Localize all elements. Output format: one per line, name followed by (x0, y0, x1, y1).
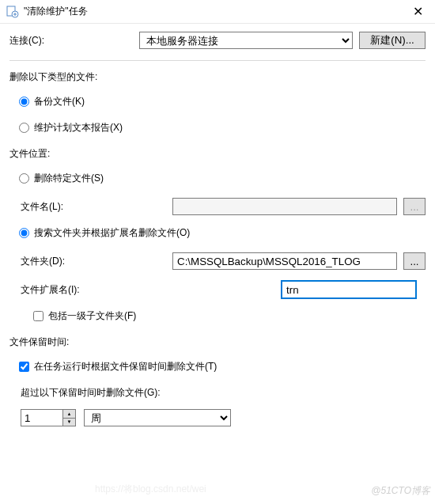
ext-input[interactable] (282, 281, 416, 298)
search-folder-radio-input[interactable] (19, 228, 29, 238)
retention-unit-select[interactable]: 周 (84, 409, 231, 426)
window-title: "清除维护"任务 (24, 5, 402, 18)
retention-heading: 文件保留时间: (9, 335, 426, 349)
specific-file-radio[interactable]: 删除特定文件(S) (19, 172, 426, 185)
ext-label: 文件扩展名(I): (21, 283, 166, 297)
filename-browse-button: ... (403, 198, 426, 215)
file-location-heading: 文件位置: (9, 147, 426, 161)
app-icon (6, 6, 19, 18)
include-sub-label: 包括一级子文件夹(F) (48, 309, 136, 323)
connection-label: 连接(C): (9, 34, 133, 47)
include-sub-checkbox-input[interactable] (33, 311, 44, 321)
spinner-up-icon[interactable]: ▲ (63, 410, 75, 419)
retention-checkbox-label: 在任务运行时根据文件保留时间删除文件(T) (34, 360, 217, 373)
search-folder-label: 搜索文件夹并根据扩展名删除文件(O) (34, 226, 190, 240)
filename-input (172, 198, 397, 215)
retention-checkbox[interactable]: 在任务运行时根据文件保留时间删除文件(T) (19, 360, 426, 373)
spinner-down-icon[interactable]: ▼ (63, 419, 75, 426)
folder-input[interactable] (172, 252, 397, 270)
threshold-label: 超过以下保留时间时删除文件(G): (21, 386, 426, 400)
delete-types-heading: 删除以下类型的文件: (9, 70, 426, 84)
folder-label: 文件夹(D): (21, 255, 166, 268)
specific-file-label: 删除特定文件(S) (34, 172, 104, 185)
new-connection-button[interactable]: 新建(N)... (359, 32, 426, 49)
watermark-url: https://将blog.csdn.net/wei (95, 483, 206, 496)
close-icon[interactable]: ✕ (402, 1, 433, 23)
folder-browse-button[interactable]: ... (403, 252, 426, 270)
backup-files-label: 备份文件(K) (34, 95, 85, 108)
watermark-text: @51CTO博客 (371, 484, 430, 498)
connection-select[interactable]: 本地服务器连接 (139, 32, 353, 49)
include-sub-checkbox[interactable]: 包括一级子文件夹(F) (33, 309, 426, 323)
retention-checkbox-input[interactable] (19, 362, 29, 372)
backup-files-radio[interactable]: 备份文件(K) (19, 95, 426, 108)
search-folder-radio[interactable]: 搜索文件夹并根据扩展名删除文件(O) (19, 226, 426, 240)
maint-reports-radio-input[interactable] (19, 123, 29, 133)
maint-reports-label: 维护计划文本报告(X) (34, 121, 123, 135)
retention-number-spinner[interactable]: ▲ ▼ (21, 409, 76, 426)
backup-files-radio-input[interactable] (19, 97, 29, 107)
maint-reports-radio[interactable]: 维护计划文本报告(X) (19, 121, 426, 135)
filename-label: 文件名(L): (21, 200, 166, 214)
separator (9, 60, 426, 61)
retention-number-input[interactable] (21, 410, 62, 426)
specific-file-radio-input[interactable] (19, 173, 29, 184)
